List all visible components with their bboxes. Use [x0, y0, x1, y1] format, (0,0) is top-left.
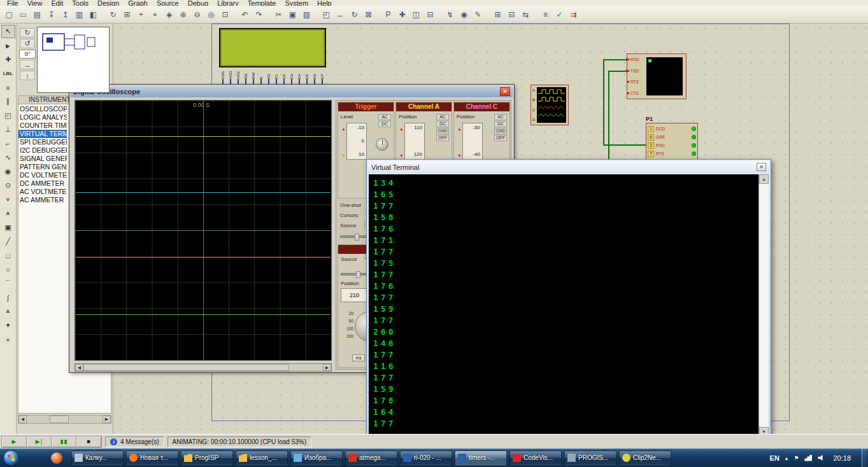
- pause-button[interactable]: ▮▮: [52, 436, 76, 447]
- terminal-titlebar[interactable]: Virtual Terminal ✕: [368, 161, 769, 173]
- mark-output-area-icon[interactable]: ◧: [87, 8, 100, 21]
- instrument-item[interactable]: SIGNAL GENERATOR: [18, 155, 67, 163]
- instrument-item[interactable]: DC AMMETER: [18, 179, 67, 188]
- language-indicator[interactable]: EN: [770, 454, 779, 462]
- scroll-left-icon[interactable]: ◀: [18, 415, 27, 423]
- oscilloscope-component[interactable]: ABCD: [530, 85, 569, 125]
- volume-icon[interactable]: [818, 454, 825, 461]
- trigger-coupling-button[interactable]: AC: [378, 114, 391, 120]
- channel-c-coupling-button[interactable]: AC: [494, 114, 507, 120]
- text-mode-icon[interactable]: A: [1, 305, 15, 318]
- menu-item[interactable]: File: [3, 0, 23, 6]
- block-delete-icon[interactable]: ⊠: [362, 8, 375, 21]
- instrument-item[interactable]: COUNTER TIMER: [18, 122, 67, 130]
- tape-recorder-mode-icon[interactable]: ◉: [1, 165, 15, 178]
- packaging-tool-icon[interactable]: ◫: [409, 8, 423, 21]
- toggle-grid-icon[interactable]: ⊞: [120, 8, 134, 21]
- instrument-item[interactable]: I2C DEBUGGER: [18, 146, 67, 155]
- taskbar-item-calculator[interactable]: Калку...: [71, 450, 124, 466]
- pan-icon[interactable]: ◈: [162, 8, 176, 21]
- menu-item[interactable]: Help: [313, 0, 336, 6]
- circle-mode-icon[interactable]: ○: [1, 263, 15, 276]
- tray-expand-icon[interactable]: ▴: [785, 455, 788, 461]
- bill-of-materials-icon[interactable]: ≡: [539, 8, 552, 21]
- new-sheet-icon[interactable]: ⊞: [491, 8, 504, 21]
- menu-item[interactable]: Design: [93, 0, 124, 6]
- taskbar-item-ri-020[interactable]: ri-020 - ...: [400, 450, 452, 466]
- start-button[interactable]: [3, 450, 19, 466]
- print-icon[interactable]: ▥: [73, 8, 86, 21]
- channel-a-position-dial[interactable]: 110120: [404, 123, 425, 160]
- show-desktop-button[interactable]: [862, 449, 867, 467]
- instrument-item[interactable]: OSCILLOSCOPE: [18, 105, 67, 113]
- close-icon[interactable]: ✕: [500, 87, 510, 96]
- generator-mode-icon[interactable]: ⊙: [1, 179, 15, 192]
- wire-autorouter-icon[interactable]: ↯: [443, 8, 457, 21]
- symbol-mode-icon[interactable]: ✦: [1, 319, 15, 332]
- electrical-rules-check-icon[interactable]: ✓: [553, 8, 566, 21]
- instrument-item[interactable]: LOGIC ANALYSER: [18, 113, 67, 122]
- channel-a-coupling-button[interactable]: AC: [436, 114, 449, 120]
- block-copy-icon[interactable]: ◰: [320, 8, 333, 21]
- menu-item[interactable]: Library: [213, 0, 243, 6]
- new-design-icon[interactable]: ▢: [3, 8, 16, 21]
- action-center-flag-icon[interactable]: ⚑: [793, 455, 799, 461]
- decompose-icon[interactable]: ⊟: [423, 8, 437, 21]
- block-move-icon[interactable]: ↔: [334, 8, 347, 21]
- instrument-item[interactable]: AC AMMETER: [18, 196, 67, 204]
- taskbar-item-clip2net[interactable]: Clip2Ne...: [619, 450, 671, 466]
- menu-item[interactable]: Tools: [68, 0, 93, 6]
- open-design-icon[interactable]: ▭: [17, 8, 30, 21]
- taskbar-item-browser[interactable]: Новая т...: [126, 450, 178, 466]
- instrument-item[interactable]: DC VOLTMETER: [18, 171, 67, 179]
- taskbar-item-progis[interactable]: PROGIS...: [564, 450, 616, 466]
- zoom-area-icon[interactable]: ⊡: [218, 8, 232, 21]
- channel-a-coupling-button[interactable]: OFF: [436, 135, 449, 141]
- channel-c-position-dial[interactable]: -50-40: [462, 123, 483, 160]
- taskbar-item-progisp[interactable]: ProgISP: [181, 450, 233, 466]
- export-section-icon[interactable]: ↥: [59, 8, 72, 21]
- channel-c-coupling-button[interactable]: OFF: [494, 135, 507, 141]
- voltage-probe-mode-icon[interactable]: V: [1, 193, 15, 206]
- goto-sheet-icon[interactable]: ⇆: [519, 8, 532, 21]
- current-probe-mode-icon[interactable]: A: [1, 207, 15, 220]
- terminal-mode-icon[interactable]: ⊥: [1, 123, 15, 136]
- cursors-label[interactable]: Cursors: [340, 213, 358, 218]
- step-button[interactable]: ▶|: [27, 436, 52, 447]
- stop-button[interactable]: ■: [76, 436, 101, 447]
- menu-item[interactable]: Template: [243, 0, 281, 6]
- instruments-scrollbar[interactable]: ◀ ▶: [18, 415, 111, 424]
- channel-a-coupling-button[interactable]: GND: [436, 128, 449, 134]
- search-tag-icon[interactable]: ◉: [457, 8, 471, 21]
- p1-compim-component[interactable]: P1 1 DCD 6 DSR 2 RXD 7 RTS: [646, 116, 698, 160]
- message-cell[interactable]: i 4 Message(s): [105, 436, 164, 447]
- taskbar-item-images[interactable]: Изобра...: [290, 450, 343, 466]
- save-design-icon[interactable]: ▤: [31, 8, 44, 21]
- one-shot-label[interactable]: One-shot: [340, 202, 361, 208]
- instrument-item[interactable]: SPI DEBUGGER: [18, 138, 67, 146]
- taskbar-item-atmega-pdf[interactable]: atmega...: [345, 450, 397, 466]
- paste-icon[interactable]: ▨: [300, 8, 313, 21]
- menu-item[interactable]: System: [280, 0, 313, 6]
- scroll-right-icon[interactable]: ▶: [323, 364, 331, 371]
- clock[interactable]: 20:18: [833, 454, 851, 462]
- menu-item[interactable]: Edit: [46, 0, 68, 6]
- scroll-up-icon[interactable]: ▲: [759, 174, 769, 184]
- cut-icon[interactable]: ✂: [272, 8, 285, 21]
- trigger-level-dial[interactable]: -10010: [346, 123, 367, 160]
- trigger-coupling-button[interactable]: DC: [378, 121, 391, 127]
- remove-sheet-icon[interactable]: ⊟: [505, 8, 518, 21]
- instrument-item[interactable]: PATTERN GENERATOR: [18, 163, 67, 171]
- import-section-icon[interactable]: ↧: [45, 8, 58, 21]
- design-overview-thumbnail[interactable]: [37, 27, 110, 93]
- network-icon[interactable]: [804, 455, 812, 461]
- terminal-scrollbar[interactable]: ▲ ▼: [758, 174, 769, 436]
- lcd-display-component[interactable]: VSS VDD VEE RS RW E: [219, 28, 326, 85]
- zoom-all-icon[interactable]: ◎: [204, 8, 218, 21]
- junction-dot-mode-icon[interactable]: ✚: [1, 53, 15, 66]
- horizontal-mirror-icon[interactable]: ↔: [20, 60, 35, 69]
- toggle-origin-icon[interactable]: +: [134, 8, 148, 21]
- menu-item[interactable]: Graph: [124, 0, 152, 6]
- arc-mode-icon[interactable]: ⌒: [1, 277, 15, 290]
- scrollbar-thumb[interactable]: [83, 364, 289, 371]
